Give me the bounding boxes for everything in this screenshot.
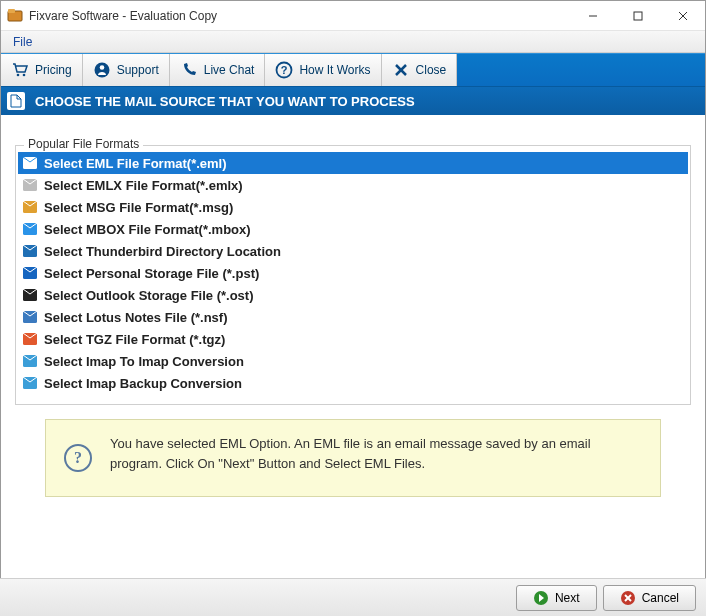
format-icon: [22, 309, 38, 325]
next-button[interactable]: Next: [516, 585, 597, 611]
livechat-label: Live Chat: [204, 63, 255, 77]
format-icon: [22, 221, 38, 237]
format-item[interactable]: Select MBOX File Format(*.mbox): [18, 218, 688, 240]
format-label: Select TGZ File Format (*.tgz): [44, 332, 225, 347]
question-icon: ?: [275, 61, 293, 79]
format-label: Select EML File Format(*.eml): [44, 156, 227, 171]
svg-rect-3: [634, 12, 642, 20]
next-icon: [533, 590, 549, 606]
titlebar: Fixvare Software - Evaluation Copy: [1, 1, 705, 31]
format-icon: [22, 199, 38, 215]
svg-rect-1: [8, 9, 15, 13]
section-header-text: CHOOSE THE MAIL SOURCE THAT YOU WANT TO …: [35, 94, 415, 109]
format-icon: [22, 353, 38, 369]
menu-file[interactable]: File: [5, 33, 40, 51]
footer: Next Cancel: [0, 578, 706, 616]
section-header: CHOOSE THE MAIL SOURCE THAT YOU WANT TO …: [1, 87, 705, 115]
livechat-button[interactable]: Live Chat: [170, 54, 266, 86]
info-box: ? You have selected EML Option. An EML f…: [45, 419, 661, 497]
format-icon: [22, 243, 38, 259]
svg-point-6: [17, 74, 20, 77]
format-icon: [22, 331, 38, 347]
format-icon: [22, 265, 38, 281]
info-icon: ?: [64, 444, 92, 472]
support-button[interactable]: Support: [83, 54, 170, 86]
toolbar: Pricing Support Live Chat ? How It Works…: [1, 53, 705, 87]
format-label: Select Personal Storage File (*.pst): [44, 266, 259, 281]
close-label: Close: [416, 63, 447, 77]
format-item[interactable]: Select Imap To Imap Conversion: [18, 350, 688, 372]
support-icon: [93, 61, 111, 79]
howitworks-label: How It Works: [299, 63, 370, 77]
howitworks-button[interactable]: ? How It Works: [265, 54, 381, 86]
minimize-button[interactable]: [570, 1, 615, 31]
format-item[interactable]: Select Thunderbird Directory Location: [18, 240, 688, 262]
format-label: Select Imap To Imap Conversion: [44, 354, 244, 369]
svg-text:?: ?: [281, 64, 288, 76]
close-icon: [392, 61, 410, 79]
format-item[interactable]: Select TGZ File Format (*.tgz): [18, 328, 688, 350]
formats-list: Select EML File Format(*.eml)Select EMLX…: [18, 152, 688, 394]
format-item[interactable]: Select MSG File Format(*.msg): [18, 196, 688, 218]
format-icon: [22, 177, 38, 193]
app-icon: [7, 8, 23, 24]
format-icon: [22, 287, 38, 303]
formats-groupbox: Popular File Formats Select EML File For…: [15, 145, 691, 405]
window-title: Fixvare Software - Evaluation Copy: [29, 9, 570, 23]
format-label: Select MBOX File Format(*.mbox): [44, 222, 251, 237]
cancel-label: Cancel: [642, 591, 679, 605]
pricing-label: Pricing: [35, 63, 72, 77]
svg-point-8: [94, 63, 109, 78]
support-label: Support: [117, 63, 159, 77]
format-label: Select Thunderbird Directory Location: [44, 244, 281, 259]
pricing-button[interactable]: Pricing: [1, 54, 83, 86]
window-controls: [570, 1, 705, 31]
close-button[interactable]: Close: [382, 54, 458, 86]
cancel-button[interactable]: Cancel: [603, 585, 696, 611]
format-label: Select Lotus Notes File (*.nsf): [44, 310, 227, 325]
close-window-button[interactable]: [660, 1, 705, 31]
format-item[interactable]: Select Lotus Notes File (*.nsf): [18, 306, 688, 328]
format-label: Select Imap Backup Conversion: [44, 376, 242, 391]
menubar: File: [1, 31, 705, 53]
format-label: Select Outlook Storage File (*.ost): [44, 288, 253, 303]
svg-point-9: [99, 65, 104, 70]
format-label: Select MSG File Format(*.msg): [44, 200, 233, 215]
svg-point-7: [23, 74, 26, 77]
format-item[interactable]: Select Imap Backup Conversion: [18, 372, 688, 394]
format-icon: [22, 155, 38, 171]
info-text: You have selected EML Option. An EML fil…: [110, 436, 591, 471]
cancel-icon: [620, 590, 636, 606]
format-item[interactable]: Select EMLX File Format(*.emlx): [18, 174, 688, 196]
format-item[interactable]: Select Personal Storage File (*.pst): [18, 262, 688, 284]
maximize-button[interactable]: [615, 1, 660, 31]
format-item[interactable]: Select Outlook Storage File (*.ost): [18, 284, 688, 306]
cart-icon: [11, 61, 29, 79]
file-icon: [7, 92, 25, 110]
format-item[interactable]: Select EML File Format(*.eml): [18, 152, 688, 174]
format-icon: [22, 375, 38, 391]
next-label: Next: [555, 591, 580, 605]
groupbox-title: Popular File Formats: [24, 137, 143, 151]
format-label: Select EMLX File Format(*.emlx): [44, 178, 243, 193]
content: Popular File Formats Select EML File For…: [1, 133, 705, 505]
phone-icon: [180, 61, 198, 79]
